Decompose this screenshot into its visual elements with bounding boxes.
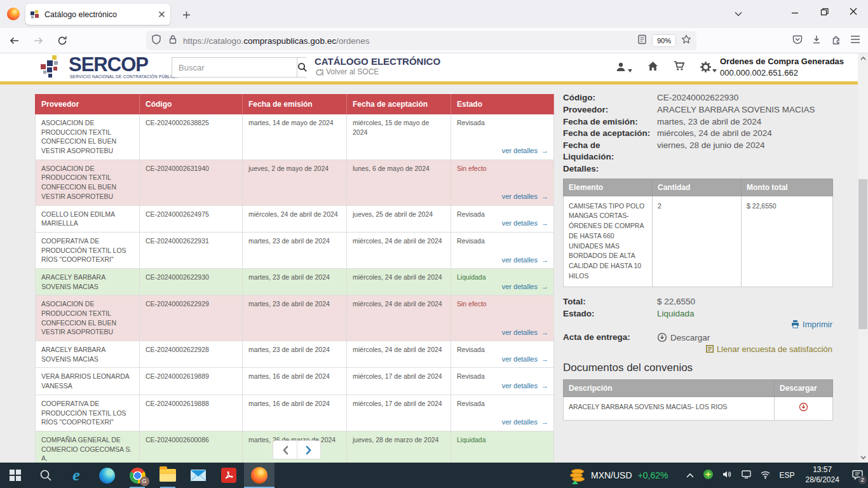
- scroll-down-icon[interactable]: [858, 452, 868, 463]
- user-menu-icon[interactable]: [615, 62, 632, 72]
- reader-mode-icon[interactable]: [637, 34, 647, 47]
- ver-detalles-link[interactable]: ver detalles→: [502, 355, 548, 364]
- menu-hamburger-icon[interactable]: [850, 35, 860, 46]
- close-button[interactable]: [839, 0, 868, 23]
- detail-field-label: Fecha de aceptación:: [563, 128, 653, 139]
- zoom-level-button[interactable]: 90%: [652, 34, 676, 47]
- cell-proveedor: COELLO LEON EDILMA MARIELLLA: [36, 205, 140, 232]
- taskbar-ie-button[interactable]: e: [61, 463, 92, 488]
- detail-items-table: Elemento Cantidad Monto total CAMISETAS …: [563, 179, 833, 287]
- status-badge: Revisada: [457, 119, 485, 126]
- item-cantidad: 2: [653, 196, 742, 287]
- tab-close-icon[interactable]: [158, 9, 165, 20]
- browser-tab[interactable]: Catálogo electrónico: [25, 4, 170, 25]
- cell-proveedor: VERA BARRIOS LEONARDA VANESSA: [36, 368, 140, 395]
- volver-soce-link[interactable]: Volver al SOCE: [315, 67, 379, 76]
- orders-generated-info: Ordenes de Compra Generadas 000.000.002.…: [720, 56, 844, 78]
- language-indicator[interactable]: ESP: [779, 471, 794, 480]
- printer-icon: [790, 320, 800, 329]
- settings-gear-icon[interactable]: [700, 62, 717, 72]
- detail-field-value: viernes, 28 de junio de 2024: [657, 140, 832, 163]
- status-badge: Revisada: [457, 237, 485, 245]
- scrollbar-thumb[interactable]: [858, 179, 867, 329]
- taskbar-acrobat-button[interactable]: [214, 463, 244, 488]
- shield-icon[interactable]: [151, 34, 161, 47]
- lock-icon[interactable]: [168, 34, 178, 47]
- currency-ticker[interactable]: MXN/USD +0,62%: [570, 468, 668, 483]
- cell-codigo: CE-20240002638825: [140, 114, 243, 160]
- cell-estado: Revisadaver detalles→: [451, 114, 554, 160]
- detail-field: Proveedor:ARACELY BARBARA SOVENIS MACIAS: [563, 104, 832, 116]
- cell-proveedor: ASOCIACION DE PRODUCCION TEXTIL CONFECCI…: [36, 114, 140, 160]
- page-scrollbar[interactable]: [858, 53, 868, 463]
- ver-detalles-link[interactable]: ver detalles→: [502, 417, 548, 427]
- encuesta-link[interactable]: Llenar encuesta de satisfacción: [563, 344, 832, 354]
- restore-button[interactable]: [810, 0, 839, 23]
- cell-proveedor: COOPERATIVA DE PRODUCCIÓN TEXTIL LOS RÍO…: [36, 232, 140, 268]
- detail-field-label: Fecha de emisión:: [563, 116, 653, 128]
- cast-display-icon[interactable]: [741, 469, 752, 482]
- search-input[interactable]: [172, 58, 297, 77]
- arrow-right-icon: →: [541, 283, 548, 290]
- home-icon[interactable]: [648, 61, 658, 74]
- taskbar-firefox-button[interactable]: [244, 463, 275, 488]
- orders-table-body: ASOCIACION DE PRODUCCION TEXTIL CONFECCI…: [36, 114, 554, 463]
- status-badge: Revisada: [457, 210, 485, 218]
- taskbar-chrome-button[interactable]: G: [122, 463, 153, 488]
- next-page-button[interactable]: [297, 441, 320, 459]
- sercop-wordmark[interactable]: SERCOP: [69, 53, 148, 76]
- download-doc-icon[interactable]: [799, 405, 808, 413]
- taskbar-edge-button[interactable]: [92, 463, 122, 488]
- antivirus-icon[interactable]: [703, 469, 714, 482]
- ver-detalles-link[interactable]: ver detalles→: [502, 219, 548, 228]
- minimize-button[interactable]: [780, 0, 810, 23]
- start-button[interactable]: [0, 463, 31, 488]
- window-controls: [780, 0, 868, 23]
- reload-icon[interactable]: [52, 30, 72, 51]
- cart-icon[interactable]: [674, 60, 685, 74]
- wifi-icon[interactable]: [760, 470, 771, 482]
- status-badge: Revisada: [457, 400, 485, 407]
- volume-icon[interactable]: [722, 470, 733, 482]
- downloads-icon[interactable]: [811, 34, 822, 47]
- back-icon[interactable]: [4, 30, 24, 51]
- notification-center-icon[interactable]: 2: [851, 469, 864, 482]
- url-bar[interactable]: https://catalogo.compraspublicas.gob.ec/…: [146, 31, 696, 50]
- cell-proveedor: ASOCIACION DE PRODUCCION TEXTIL CONFECCI…: [36, 159, 140, 205]
- descargar-acta-link[interactable]: Descargar: [657, 332, 710, 343]
- ver-detalles-link[interactable]: ver detalles→: [502, 146, 548, 156]
- cell-estado: Sin efectover detalles→: [451, 159, 554, 205]
- cell-fecha-aceptacion: lunes, 6 de mayo de 2024: [347, 159, 451, 205]
- ver-detalles-link[interactable]: ver detalles→: [502, 282, 548, 292]
- bookmark-star-icon[interactable]: [681, 34, 691, 47]
- file-explorer-icon: [159, 469, 176, 482]
- search-button[interactable]: [297, 58, 308, 77]
- taskbar-search-button[interactable]: [31, 463, 61, 488]
- return-arrow-icon: [315, 68, 323, 76]
- clock-date: 28/6/2024: [805, 475, 839, 485]
- scroll-up-icon[interactable]: [858, 53, 868, 64]
- up-arrow-icon: [572, 480, 578, 484]
- forward-icon[interactable]: [28, 30, 48, 51]
- cell-fecha-aceptacion: miércoles, 24 de abril de 2024: [347, 295, 451, 341]
- taskbar-mail-button[interactable]: [183, 463, 214, 488]
- new-tab-button[interactable]: [178, 6, 194, 23]
- clock[interactable]: 13:57 28/6/2024: [805, 465, 839, 485]
- status-badge: Liquidada: [457, 436, 486, 444]
- doc-descripcion: ARACELY BARBARA SOVENIS MACIAS- LOS RIOS: [564, 397, 775, 421]
- pocket-icon[interactable]: [792, 34, 803, 47]
- browser-window: Catálogo electrónico: [0, 0, 868, 488]
- ver-detalles-link[interactable]: ver detalles→: [502, 192, 548, 201]
- list-tabs-icon[interactable]: [729, 5, 747, 23]
- firefox-logo-icon[interactable]: [7, 8, 20, 20]
- ver-detalles-link[interactable]: ver detalles→: [502, 328, 548, 337]
- tray-chevron-up-icon[interactable]: [686, 470, 695, 481]
- prev-page-button[interactable]: [273, 441, 297, 459]
- ver-detalles-link[interactable]: ver detalles→: [502, 381, 548, 391]
- taskbar-explorer-button[interactable]: [153, 463, 183, 488]
- cell-codigo: CE-20240002619889: [140, 368, 243, 395]
- extensions-puzzle-icon[interactable]: [831, 34, 841, 48]
- ver-detalles-link[interactable]: ver detalles→: [502, 255, 548, 265]
- download-circle-icon: [657, 332, 667, 342]
- imprimir-link[interactable]: Imprimir: [563, 320, 832, 329]
